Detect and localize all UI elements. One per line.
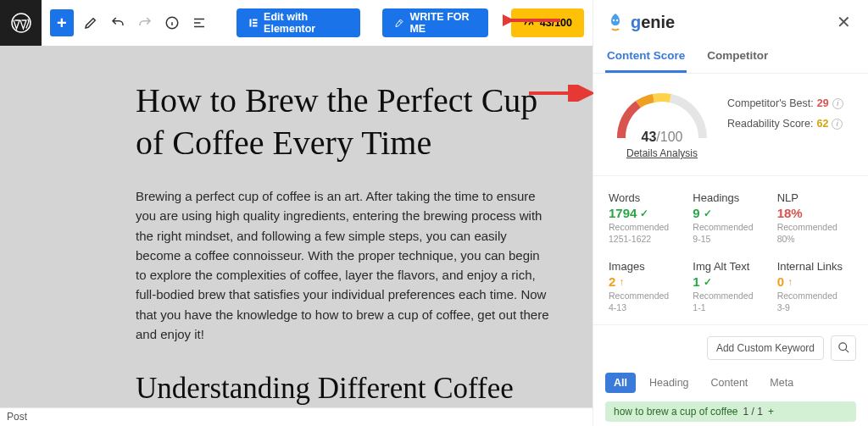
keyword-chip[interactable]: how to brew a cup of coffee 1 / 1 +	[605, 401, 856, 422]
genie-panel: genie ✕ Content Score Competitor 43/100 …	[593, 0, 868, 426]
svg-rect-4	[253, 22, 258, 24]
annotation-arrow-1	[503, 12, 562, 29]
wordpress-logo[interactable]	[0, 0, 42, 46]
brand: genie	[605, 12, 675, 32]
stat-value: 1 ✓	[693, 274, 768, 289]
stat-recommended: Recommended4-13	[609, 290, 684, 313]
svg-rect-3	[253, 19, 258, 21]
trend-up-icon: +	[768, 406, 774, 418]
edit-icon[interactable]	[81, 11, 101, 35]
stat-value: 18%	[777, 206, 853, 220]
filter-heading[interactable]: Heading	[641, 373, 698, 393]
brand-name: genie	[631, 13, 675, 32]
svg-point-10	[838, 343, 846, 351]
stat-label: Words	[609, 191, 684, 204]
keyword-count: 1 / 1	[743, 406, 763, 418]
svg-point-8	[613, 19, 615, 21]
info-icon[interactable]: i	[832, 119, 843, 130]
filter-all[interactable]: All	[605, 373, 636, 393]
stat-label: Internal Links	[777, 260, 853, 273]
close-button[interactable]: ✕	[832, 8, 856, 36]
edit-elementor-button[interactable]: Edit with Elementor	[236, 8, 360, 37]
undo-icon[interactable]	[108, 11, 128, 35]
panel-tabs: Content Score Competitor	[593, 39, 868, 74]
status-bar: Post	[0, 407, 593, 426]
add-custom-keyword-button[interactable]: Add Custom Keyword	[707, 336, 824, 360]
stat-recommended: Recommended1-1	[693, 290, 768, 313]
stat-cell: Internal Links0 ↑Recommended3-9	[777, 260, 853, 313]
search-button[interactable]	[831, 335, 856, 361]
stat-recommended: Recommended80%	[777, 222, 853, 245]
status-text: Post	[7, 411, 27, 423]
keyword-filters: All Heading Content Meta	[593, 366, 868, 401]
stat-cell: Headings9 ✓Recommended9-15	[693, 191, 768, 245]
genie-icon	[605, 12, 626, 32]
svg-point-9	[616, 19, 618, 21]
editor-content[interactable]: How to Brew the Perfect Cup of Coffee Ev…	[0, 46, 593, 426]
wordpress-icon	[11, 13, 31, 33]
stat-value: 1794 ✓	[609, 206, 684, 220]
stat-cell: NLP18% Recommended80%	[777, 191, 853, 245]
stat-label: Img Alt Text	[693, 260, 768, 273]
redo-icon[interactable]	[135, 11, 155, 35]
stat-label: Headings	[693, 191, 768, 204]
stat-value: 2 ↑	[609, 274, 684, 289]
outline-icon[interactable]	[189, 11, 209, 35]
stat-recommended: Recommended1251-1622	[609, 222, 684, 245]
magic-icon	[394, 17, 404, 29]
write-for-me-button[interactable]: WRITE FOR ME	[382, 8, 488, 37]
post-title[interactable]: How to Brew the Perfect Cup of Coffee Ev…	[136, 80, 555, 164]
info-icon[interactable]	[162, 11, 182, 35]
svg-rect-5	[253, 25, 258, 27]
stat-recommended: Recommended9-15	[693, 222, 768, 245]
info-icon[interactable]: i	[832, 98, 843, 109]
filter-meta[interactable]: Meta	[761, 373, 802, 393]
stats-grid: Words1794 ✓Recommended1251-1622Headings9…	[593, 176, 868, 325]
elementor-label: Edit with Elementor	[264, 11, 348, 35]
stat-cell: Images2 ↑Recommended4-13	[609, 260, 684, 313]
add-block-button[interactable]: +	[50, 9, 74, 36]
readability-score: Readability Score: 62 i	[727, 118, 843, 130]
tab-competitor[interactable]: Competitor	[705, 39, 770, 73]
keyword-text: how to brew a cup of coffee	[614, 406, 738, 418]
stat-value: 9 ✓	[693, 206, 768, 220]
stat-value: 0 ↑	[777, 274, 853, 289]
stat-label: NLP	[777, 191, 853, 204]
stat-cell: Img Alt Text1 ✓Recommended1-1	[693, 260, 768, 313]
stat-recommended: Recommended3-9	[777, 290, 853, 313]
annotation-arrow-2	[527, 85, 593, 102]
search-icon	[837, 341, 850, 354]
post-paragraph[interactable]: Brewing a perfect cup of coffee is an ar…	[136, 186, 551, 344]
editor-area: + Edit with Elementor WRITE FOR ME	[0, 0, 593, 426]
competitor-best: Competitor's Best: 29 i	[727, 97, 843, 109]
tab-content-score[interactable]: Content Score	[605, 39, 687, 73]
stat-cell: Words1794 ✓Recommended1251-1622	[609, 191, 684, 245]
stat-label: Images	[609, 260, 684, 273]
write-label: WRITE FOR ME	[409, 11, 476, 35]
details-analysis-link[interactable]: Details Analysis	[626, 147, 698, 159]
elementor-icon	[248, 17, 259, 29]
filter-content[interactable]: Content	[703, 373, 757, 393]
svg-rect-2	[250, 19, 252, 27]
score-block: 43/100 Details Analysis Competitor's Bes…	[593, 74, 868, 176]
